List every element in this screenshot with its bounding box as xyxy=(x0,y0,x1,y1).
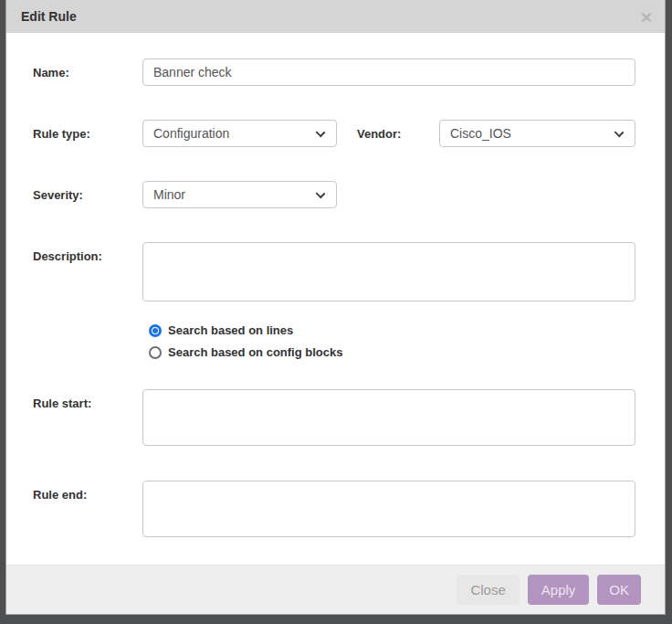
radio-search-lines-label: Search based on lines xyxy=(168,323,293,337)
severity-select[interactable]: Minor xyxy=(142,181,337,208)
rule-type-row: Rule type: Configuration Vendor: Cisco_I… xyxy=(33,120,635,147)
dialog-header: Edit Rule × xyxy=(6,0,665,33)
dialog-body: Name: Rule type: Configuration Vendor: C… xyxy=(6,33,665,565)
rule-type-label: Rule type: xyxy=(33,120,142,141)
severity-selected-value: Minor xyxy=(153,187,185,202)
radio-search-lines[interactable]: Search based on lines xyxy=(149,323,635,337)
name-row: Name: xyxy=(33,58,635,86)
description-textarea[interactable] xyxy=(142,242,635,301)
chevron-down-icon xyxy=(316,189,326,199)
dialog-footer: Close Apply OK xyxy=(6,565,665,614)
search-mode-radio-group: Search based on lines Search based on co… xyxy=(142,323,635,367)
rule-start-textarea[interactable] xyxy=(142,389,635,446)
edit-rule-dialog: Edit Rule × Name: Rule type: Configurati… xyxy=(5,0,666,615)
name-input[interactable] xyxy=(142,58,635,86)
rule-end-row: Rule end: xyxy=(33,481,635,541)
search-mode-row: Search based on lines Search based on co… xyxy=(33,305,635,389)
dialog-title: Edit Rule xyxy=(21,9,641,24)
close-button[interactable]: Close xyxy=(457,575,519,605)
severity-label: Severity: xyxy=(33,181,142,202)
chevron-down-icon xyxy=(316,128,326,138)
vendor-selected-value: Cisco_IOS xyxy=(450,126,511,141)
radio-search-config-blocks[interactable]: Search based on config blocks xyxy=(149,345,635,359)
rule-type-selected-value: Configuration xyxy=(153,126,229,141)
rule-start-row: Rule start: xyxy=(33,389,635,449)
radio-search-config-blocks-label: Search based on config blocks xyxy=(168,345,342,359)
radio-button-icon[interactable] xyxy=(149,324,162,337)
severity-row: Severity: Minor xyxy=(33,181,635,208)
close-icon[interactable]: × xyxy=(641,7,652,26)
rule-end-textarea[interactable] xyxy=(142,481,635,537)
chevron-down-icon xyxy=(614,128,625,138)
description-row: Description: xyxy=(33,242,635,305)
rule-end-label: Rule end: xyxy=(33,481,142,502)
rule-start-label: Rule start: xyxy=(33,389,142,410)
name-label: Name: xyxy=(33,58,142,79)
search-mode-spacer xyxy=(33,305,142,312)
vendor-label: Vendor: xyxy=(357,120,439,141)
apply-button[interactable]: Apply xyxy=(528,575,590,605)
description-label: Description: xyxy=(33,242,142,263)
radio-button-icon[interactable] xyxy=(149,346,162,359)
vendor-select[interactable]: Cisco_IOS xyxy=(439,120,635,147)
rule-type-select[interactable]: Configuration xyxy=(142,120,337,147)
ok-button[interactable]: OK xyxy=(597,575,641,605)
